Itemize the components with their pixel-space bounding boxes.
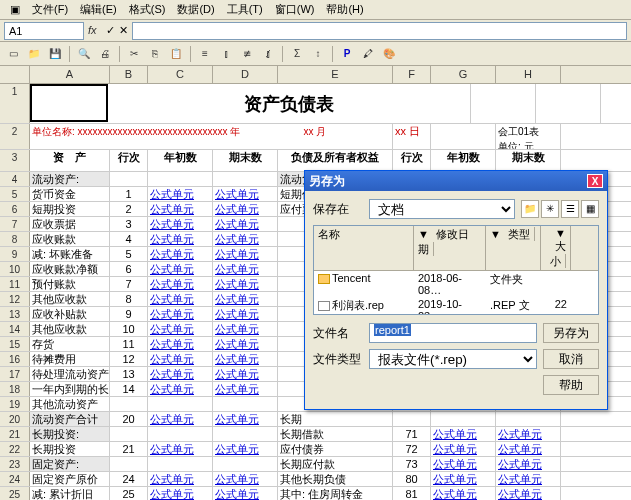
cell-asset[interactable]: 其他应收款 <box>30 322 110 336</box>
help-button[interactable]: 帮助 <box>543 375 599 395</box>
formula-link[interactable]: 公式单元 <box>433 473 477 485</box>
cancel-button[interactable]: 取消 <box>543 349 599 369</box>
formula-link[interactable]: 公式单元 <box>498 443 542 455</box>
formula-link[interactable]: 公式单元 <box>215 248 259 260</box>
menu-file[interactable]: 文件(F) <box>26 0 74 19</box>
cell-asset[interactable]: 长期投资 <box>30 442 110 456</box>
file-row[interactable]: Tencent2018-06-08…文件夹 <box>314 271 598 297</box>
file-row[interactable]: 利润表.rep2019-10-23….REP 文件22 <box>314 297 598 315</box>
menu-format[interactable]: 格式(S) <box>123 0 172 19</box>
formula-link[interactable]: 公式单元 <box>150 323 194 335</box>
formula-link[interactable]: 公式单元 <box>150 203 194 215</box>
filename-input[interactable]: report1 <box>369 323 537 343</box>
formula-link[interactable]: 公式单元 <box>150 413 194 425</box>
formula-link[interactable]: 公式单元 <box>150 233 194 245</box>
formula-link[interactable]: 公式单元 <box>215 308 259 320</box>
formula-link[interactable]: 公式单元 <box>215 278 259 290</box>
formula-link[interactable]: 公式单元 <box>150 278 194 290</box>
cell-asset[interactable]: 存货 <box>30 337 110 351</box>
new-icon[interactable]: ▭ <box>4 45 22 63</box>
formula-link[interactable]: 公式单元 <box>215 473 259 485</box>
insert-row-icon[interactable]: ≡ <box>196 45 214 63</box>
formula-input[interactable] <box>132 22 627 40</box>
col-a[interactable]: A <box>30 66 110 83</box>
cell-liability[interactable]: 应付债券 <box>278 442 393 456</box>
cancel-icon[interactable]: ✕ <box>119 24 128 37</box>
sum-icon[interactable]: Σ <box>288 45 306 63</box>
delete-row-icon[interactable]: ≢ <box>238 45 256 63</box>
new-folder-icon[interactable]: ✳ <box>541 200 559 218</box>
col-type[interactable]: ▼ 类型 <box>486 226 541 270</box>
formula-link[interactable]: 公式单元 <box>215 353 259 365</box>
cell-asset[interactable]: 预付账款 <box>30 277 110 291</box>
formula-link[interactable]: 公式单元 <box>433 458 477 470</box>
bold-icon[interactable]: P <box>338 45 356 63</box>
cell-asset[interactable]: 应收票据 <box>30 217 110 231</box>
formula-link[interactable]: 公式单元 <box>150 443 194 455</box>
col-h[interactable]: H <box>496 66 561 83</box>
menu-edit[interactable]: 编辑(E) <box>74 0 123 19</box>
cell-asset[interactable]: 应收账款净额 <box>30 262 110 276</box>
dialog-titlebar[interactable]: 另存为 X <box>305 171 607 191</box>
formula-link[interactable]: 公式单元 <box>150 488 194 500</box>
formula-link[interactable]: 公式单元 <box>215 218 259 230</box>
col-name[interactable]: 名称 <box>314 226 414 270</box>
formula-link[interactable]: 公式单元 <box>215 383 259 395</box>
cell-asset[interactable]: 应收补贴款 <box>30 307 110 321</box>
cut-icon[interactable]: ✂ <box>125 45 143 63</box>
save-button[interactable]: 另存为 <box>543 323 599 343</box>
save-in-select[interactable]: 文档 <box>369 199 515 219</box>
cell-asset[interactable]: 短期投资 <box>30 202 110 216</box>
delete-col-icon[interactable]: ⫿̸ <box>259 45 277 63</box>
cell-liability[interactable]: 长期 <box>278 412 393 426</box>
cell-asset[interactable]: 其他应收款 <box>30 292 110 306</box>
cell-asset[interactable]: 流动资产合计 <box>30 412 110 426</box>
formula-link[interactable]: 公式单元 <box>215 293 259 305</box>
cell-asset[interactable]: 待摊费用 <box>30 352 110 366</box>
color-icon[interactable]: 🎨 <box>380 45 398 63</box>
formula-link[interactable]: 公式单元 <box>433 443 477 455</box>
col-e[interactable]: E <box>278 66 393 83</box>
view-list-icon[interactable]: ☰ <box>561 200 579 218</box>
menu-window[interactable]: 窗口(W) <box>269 0 321 19</box>
formula-link[interactable]: 公式单元 <box>215 338 259 350</box>
formula-link[interactable]: 公式单元 <box>498 458 542 470</box>
cell-asset[interactable]: 一年内到期的长期债券投资 <box>30 382 110 396</box>
save-icon[interactable]: 💾 <box>46 45 64 63</box>
file-list[interactable]: 名称 ▼ 修改日期 ▼ 类型 ▼ 大小 Tencent2018-06-08…文件… <box>313 225 599 315</box>
formula-link[interactable]: 公式单元 <box>150 473 194 485</box>
formula-link[interactable]: 公式单元 <box>215 413 259 425</box>
col-date[interactable]: ▼ 修改日期 <box>414 226 486 270</box>
formula-link[interactable]: 公式单元 <box>150 353 194 365</box>
formula-link[interactable]: 公式单元 <box>150 308 194 320</box>
filetype-select[interactable]: 报表文件(*.rep) <box>369 349 537 369</box>
formula-link[interactable]: 公式单元 <box>215 443 259 455</box>
print-icon[interactable]: 🖨 <box>96 45 114 63</box>
up-folder-icon[interactable]: 📁 <box>521 200 539 218</box>
formula-link[interactable]: 公式单元 <box>150 293 194 305</box>
cell-asset[interactable]: 固定资产: <box>30 457 110 471</box>
col-size[interactable]: ▼ 大小 <box>541 226 571 270</box>
formula-link[interactable]: 公式单元 <box>498 488 542 500</box>
cell-liability[interactable]: 其中: 住房周转金 <box>278 487 393 500</box>
formula-link[interactable]: 公式单元 <box>498 428 542 440</box>
formula-link[interactable]: 公式单元 <box>433 488 477 500</box>
copy-icon[interactable]: ⎘ <box>146 45 164 63</box>
cell-asset[interactable]: 长期投资: <box>30 427 110 441</box>
cell-asset[interactable]: 待处理流动资产净损失 <box>30 367 110 381</box>
cell-asset[interactable]: 减: 累计折旧 <box>30 487 110 500</box>
formula-link[interactable]: 公式单元 <box>215 323 259 335</box>
paste-icon[interactable]: 📋 <box>167 45 185 63</box>
formula-link[interactable]: 公式单元 <box>150 218 194 230</box>
insert-col-icon[interactable]: ⫿ <box>217 45 235 63</box>
open-icon[interactable]: 📁 <box>25 45 43 63</box>
col-b[interactable]: B <box>110 66 148 83</box>
formula-link[interactable]: 公式单元 <box>150 188 194 200</box>
fx-icon[interactable]: fx <box>88 24 102 38</box>
formula-link[interactable]: 公式单元 <box>215 368 259 380</box>
formula-link[interactable]: 公式单元 <box>215 203 259 215</box>
menu-tool[interactable]: 工具(T) <box>221 0 269 19</box>
formula-link[interactable]: 公式单元 <box>150 368 194 380</box>
view-detail-icon[interactable]: ▦ <box>581 200 599 218</box>
formula-link[interactable]: 公式单元 <box>215 233 259 245</box>
